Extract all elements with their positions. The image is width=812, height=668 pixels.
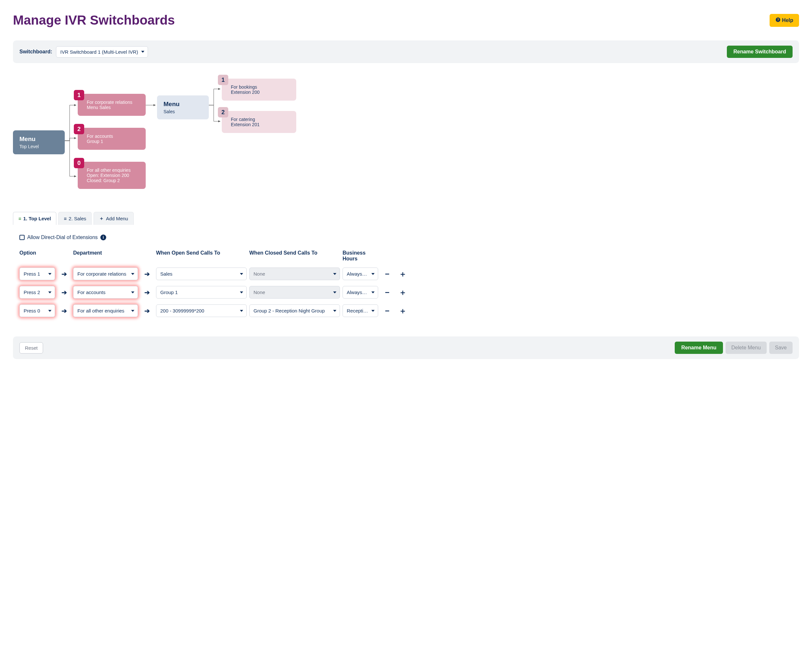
help-label: Help	[782, 17, 793, 23]
help-icon: ?	[775, 17, 780, 23]
switchboard-bar: Switchboard: IVR Switchboard 1 (Multi-Le…	[13, 40, 799, 63]
node-badge: 1	[218, 75, 228, 85]
department-input[interactable]: For accounts	[73, 286, 138, 299]
business-hours-select[interactable]: Reception	[343, 304, 378, 317]
tab-label: 1. Top Level	[23, 216, 51, 221]
ivr-diagram: Menu Top Level 1 For corporate relations…	[13, 76, 799, 199]
node-line2: Open: Extension 200	[87, 173, 139, 178]
option-select[interactable]: Press 0	[19, 304, 55, 317]
svg-text:?: ?	[777, 18, 779, 22]
col-business-hours: Business Hours	[343, 250, 378, 262]
add-row-button[interactable]: ＋	[396, 306, 409, 316]
remove-row-button[interactable]: −	[381, 288, 394, 297]
when-open-select[interactable]: Sales	[156, 267, 247, 280]
add-row-button[interactable]: ＋	[396, 287, 409, 297]
node-option-0[interactable]: 0 For all other enquiries Open: Extensio…	[78, 162, 146, 189]
help-button[interactable]: ? Help	[770, 14, 799, 27]
node-option-2[interactable]: 2 For accounts Group 1	[78, 128, 146, 150]
remove-row-button[interactable]: −	[381, 269, 394, 279]
col-when-closed: When Closed Send Calls To	[249, 250, 340, 262]
department-input[interactable]: For all other enquiries	[73, 304, 138, 317]
col-department: Department	[73, 250, 138, 262]
business-hours-select[interactable]: Always Open	[343, 267, 378, 280]
node-badge: 2	[74, 124, 84, 134]
option-select[interactable]: Press 2	[19, 286, 55, 299]
tab-label: 2. Sales	[69, 216, 86, 221]
menu-icon: ≡	[18, 216, 22, 221]
node-sub: Sales	[164, 109, 203, 114]
node-option-1[interactable]: 1 For corporate relations Menu Sales	[78, 94, 146, 116]
rename-switchboard-button[interactable]: Rename Switchboard	[727, 46, 793, 58]
direct-dial-checkbox[interactable]	[19, 235, 25, 240]
delete-menu-button[interactable]: Delete Menu	[725, 342, 767, 354]
menu-icon: ≡	[64, 216, 67, 221]
info-icon[interactable]: i	[100, 234, 106, 240]
remove-row-button[interactable]: −	[381, 306, 394, 316]
option-row: Press 1 ➔ For corporate relations ➔ Sale…	[19, 267, 793, 280]
node-root-menu[interactable]: Menu Top Level	[13, 130, 65, 154]
node-line1: For bookings	[231, 84, 290, 90]
option-row: Press 0 ➔ For all other enquiries ➔ 200 …	[19, 304, 793, 317]
arrow-icon: ➔	[141, 307, 154, 315]
node-line3: Closed: Group 2	[87, 178, 139, 183]
arrow-icon: ➔	[58, 307, 70, 315]
when-closed-select[interactable]: None	[249, 267, 340, 280]
when-closed-select[interactable]: Group 2 - Reception Night Group	[249, 304, 340, 317]
rename-menu-button[interactable]: Rename Menu	[675, 342, 723, 354]
tab-label: Add Menu	[106, 216, 128, 221]
node-sales-option-2[interactable]: 2 For catering Extension 201	[222, 111, 296, 133]
when-closed-select[interactable]: None	[249, 286, 340, 299]
node-line2: Menu Sales	[87, 105, 139, 110]
direct-dial-label: Allow Direct-Dial of Extensions	[27, 234, 98, 240]
node-line2: Group 1	[87, 139, 139, 144]
node-menu-sales[interactable]: Menu Sales	[157, 95, 209, 119]
node-line1: For corporate relations	[87, 100, 139, 105]
page-title: Manage IVR Switchboards	[13, 13, 175, 27]
footer-bar: Reset Rename Menu Delete Menu Save	[13, 336, 799, 359]
node-title: Menu	[164, 100, 203, 108]
save-button[interactable]: Save	[769, 342, 793, 354]
arrow-icon: ➔	[141, 289, 154, 296]
business-hours-select[interactable]: Always Open	[343, 286, 378, 299]
arrow-icon: ➔	[58, 289, 70, 296]
node-sales-option-1[interactable]: 1 For bookings Extension 200	[222, 78, 296, 100]
when-open-select[interactable]: Group 1	[156, 286, 247, 299]
node-line1: For catering	[231, 117, 290, 122]
add-row-button[interactable]: ＋	[396, 269, 409, 279]
plus-icon: ＋	[99, 215, 104, 222]
option-select[interactable]: Press 1	[19, 267, 55, 280]
node-line2: Extension 201	[231, 122, 290, 127]
node-line2: Extension 200	[231, 90, 290, 95]
switchboard-select[interactable]: IVR Switchboard 1 (Multi-Level IVR)	[56, 46, 148, 58]
reset-button[interactable]: Reset	[19, 342, 43, 354]
arrow-icon: ➔	[141, 270, 154, 278]
col-when-open: When Open Send Calls To	[156, 250, 247, 262]
node-badge: 2	[218, 107, 228, 117]
arrow-icon: ➔	[58, 270, 70, 278]
node-line1: For accounts	[87, 134, 139, 139]
switchboard-label: Switchboard:	[19, 49, 52, 55]
tab-top-level[interactable]: ≡ 1. Top Level	[13, 212, 56, 225]
option-row: Press 2 ➔ For accounts ➔ Group 1 None Al…	[19, 286, 793, 299]
form-area: Allow Direct-Dial of Extensions i Option…	[13, 234, 799, 317]
tab-add-menu[interactable]: ＋ Add Menu	[94, 212, 133, 225]
tabs: ≡ 1. Top Level ≡ 2. Sales ＋ Add Menu	[13, 212, 799, 225]
node-sub: Top Level	[19, 144, 58, 149]
node-title: Menu	[19, 135, 58, 143]
node-badge: 0	[74, 158, 84, 168]
tab-sales[interactable]: ≡ 2. Sales	[58, 212, 92, 225]
col-option: Option	[19, 250, 55, 262]
node-line1: For all other enquiries	[87, 167, 139, 173]
when-open-select[interactable]: 200 - 30999999*200	[156, 304, 247, 317]
department-input[interactable]: For corporate relations	[73, 267, 138, 280]
node-badge: 1	[74, 90, 84, 100]
